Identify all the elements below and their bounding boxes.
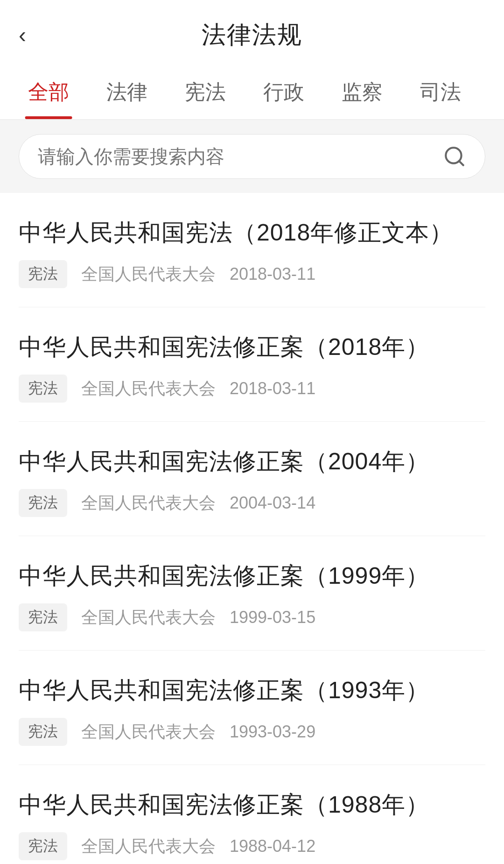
back-button[interactable]: ‹ (19, 24, 26, 46)
item-title: 中华人民共和国宪法（2018年修正文本） (19, 216, 485, 249)
item-meta: 宪法全国人民代表大会1993-03-29 (19, 718, 485, 746)
search-container (0, 120, 504, 193)
item-title: 中华人民共和国宪法修正案（2004年） (19, 445, 485, 478)
svg-line-1 (459, 161, 463, 165)
tab-judicial[interactable]: 司法 (401, 65, 480, 119)
item-org: 全国人民代表大会 (81, 606, 216, 629)
tab-all[interactable]: 全部 (9, 65, 88, 119)
item-title: 中华人民共和国宪法修正案（1999年） (19, 559, 485, 592)
item-meta: 宪法全国人民代表大会2004-03-14 (19, 489, 485, 517)
item-meta: 宪法全国人民代表大会2018-03-11 (19, 260, 485, 288)
search-input[interactable] (38, 146, 443, 167)
item-tag: 宪法 (19, 260, 67, 288)
tab-supervision[interactable]: 监察 (323, 65, 401, 119)
item-date: 1999-03-15 (230, 608, 315, 627)
item-tag: 宪法 (19, 718, 67, 746)
item-org: 全国人民代表大会 (81, 721, 216, 744)
list-item[interactable]: 中华人民共和国宪法修正案（2004年）宪法全国人民代表大会2004-03-14 (19, 422, 485, 536)
list-item[interactable]: 中华人民共和国宪法（2018年修正文本）宪法全国人民代表大会2018-03-11 (19, 193, 485, 307)
list-item[interactable]: 中华人民共和国宪法修正案（2018年）宪法全国人民代表大会2018-03-11 (19, 307, 485, 422)
item-title: 中华人民共和国宪法修正案（1988年） (19, 788, 485, 821)
page-header: ‹ 法律法规 (0, 0, 504, 65)
item-title: 中华人民共和国宪法修正案（2018年） (19, 331, 485, 363)
item-date: 1993-03-29 (230, 722, 315, 742)
item-tag: 宪法 (19, 375, 67, 403)
list-item[interactable]: 中华人民共和国宪法修正案（1993年）宪法全国人民代表大会1993-03-29 (19, 651, 485, 765)
item-meta: 宪法全国人民代表大会1999-03-15 (19, 603, 485, 631)
item-org: 全国人民代表大会 (81, 263, 216, 286)
item-meta: 宪法全国人民代表大会1988-04-12 (19, 832, 485, 860)
item-title: 中华人民共和国宪法修正案（1993年） (19, 674, 485, 707)
item-org: 全国人民代表大会 (81, 377, 216, 400)
tab-constitution[interactable]: 宪法 (166, 65, 245, 119)
item-meta: 宪法全国人民代表大会2018-03-11 (19, 375, 485, 403)
search-icon (443, 145, 466, 168)
item-tag: 宪法 (19, 603, 67, 631)
item-date: 2018-03-11 (230, 379, 315, 398)
item-date: 1988-04-12 (230, 836, 315, 856)
tab-admin[interactable]: 行政 (245, 65, 323, 119)
page-title: 法律法规 (202, 19, 302, 51)
item-date: 2004-03-14 (230, 493, 315, 513)
search-button[interactable] (443, 145, 466, 168)
search-box (19, 134, 485, 179)
item-org: 全国人民代表大会 (81, 492, 216, 515)
list-item[interactable]: 中华人民共和国宪法修正案（1988年）宪法全国人民代表大会1988-04-12 (19, 765, 485, 864)
tab-law[interactable]: 法律 (88, 65, 166, 119)
item-tag: 宪法 (19, 832, 67, 860)
tabs-bar: 全部法律宪法行政监察司法 (0, 65, 504, 120)
item-tag: 宪法 (19, 489, 67, 517)
item-org: 全国人民代表大会 (81, 835, 216, 858)
list-item[interactable]: 中华人民共和国宪法修正案（1999年）宪法全国人民代表大会1999-03-15 (19, 536, 485, 651)
item-date: 2018-03-11 (230, 264, 315, 284)
law-list: 中华人民共和国宪法（2018年修正文本）宪法全国人民代表大会2018-03-11… (0, 193, 504, 864)
